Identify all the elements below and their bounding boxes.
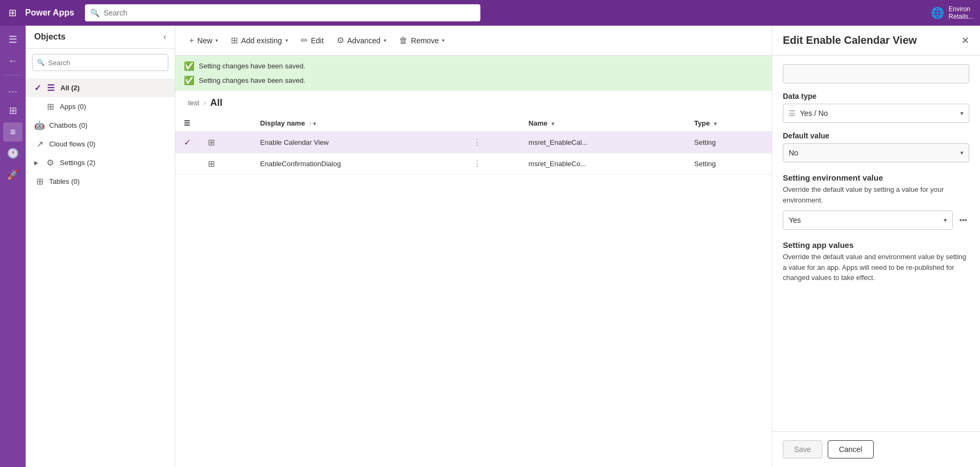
icon-bar-divider	[5, 75, 20, 75]
row-2-copy-icon: ⊞	[208, 159, 215, 168]
env-value-title: Setting environment value	[783, 173, 969, 182]
data-type-label: Data type	[783, 92, 969, 100]
remove-label: Remove	[411, 36, 439, 45]
display-name-label: Display name	[260, 119, 305, 127]
panel-title: Edit Enable Calendar View	[783, 34, 917, 46]
col-header-type[interactable]: Type ▾	[686, 115, 772, 132]
sidebar-item-all[interactable]: ✓ ☰ All (2)	[26, 79, 175, 97]
sidebar-item-cloudflows[interactable]: ↗ Cloud flows (0)	[26, 135, 175, 153]
add-existing-caret: ▾	[285, 37, 288, 43]
panel-body: Data type ☰ Yes / No ▾ Default value No …	[772, 56, 980, 297]
breadcrumb-parent[interactable]: test	[188, 99, 199, 107]
row-2-menu[interactable]: ⋮	[464, 153, 520, 175]
notification-2-icon: ✅	[184, 75, 195, 85]
env-value-text: Yes	[789, 216, 944, 224]
sidebar-header: Objects ‹	[26, 26, 175, 49]
data-type-select[interactable]: ☰ Yes / No ▾	[783, 104, 969, 123]
sidebar-item-apps[interactable]: ⊞ Apps (0)	[26, 97, 175, 116]
sidebar-item-tables[interactable]: ⊞ Tables (0)	[26, 172, 175, 191]
nav-tables[interactable]: ⊞	[3, 101, 22, 120]
sidebar-tables-icon: ⊞	[34, 176, 45, 186]
env-value-section: Setting environment value Override the d…	[783, 173, 969, 230]
data-type-value: Yes / No	[800, 109, 960, 118]
env-value-desc: Override the default value by setting a …	[783, 184, 969, 205]
environment-icon: 🌐	[931, 6, 944, 19]
content-area: + New ▾ ⊞ Add existing ▾ ✏ Edit ⚙ Advanc…	[175, 26, 772, 467]
sidebar-title: Objects	[34, 32, 66, 42]
save-button[interactable]: Save	[783, 440, 822, 458]
row-1-copy-icon: ⊞	[208, 138, 215, 147]
settings-table: ☰ Display name ↑ ▾ Name ▾	[175, 115, 772, 175]
global-search-input[interactable]	[104, 9, 475, 17]
table-row[interactable]: ✓ ⊞ Enable Calendar View ⋮ msret_EnableC…	[175, 132, 772, 153]
row-1-more-icon[interactable]: ⋮	[473, 138, 481, 147]
add-existing-icon: ⊞	[231, 35, 238, 45]
sidebar-apps-label: Apps (0)	[60, 103, 86, 111]
nav-back[interactable]: ←	[3, 51, 22, 71]
brand-title: Power Apps	[25, 8, 74, 18]
data-type-select-icon: ☰	[789, 109, 796, 118]
display-name-sort-icon: ↑ ▾	[309, 121, 316, 127]
sidebar-collapse-btn[interactable]: ‹	[164, 32, 166, 42]
nav-hamburger[interactable]: ☰	[3, 30, 22, 49]
sidebar-chatbots-label: Chatbots (0)	[49, 121, 88, 129]
panel-close-button[interactable]: ✕	[961, 35, 969, 46]
advanced-button[interactable]: ⚙ Advanced ▾	[331, 32, 392, 49]
main-layout: ☰ ← … ⊞ ≡ 🕐 🚀 Objects ‹ 🔍 ✓ ☰ All (2) ⊞ …	[0, 26, 980, 467]
check-all-icon[interactable]: ☰	[184, 119, 190, 127]
default-value-caret: ▾	[960, 149, 963, 157]
env-value-dropdown[interactable]: Yes ▾	[783, 211, 953, 230]
icon-bar: ☰ ← … ⊞ ≡ 🕐 🚀	[0, 26, 26, 467]
panel-header: Edit Enable Calendar View ✕	[772, 26, 980, 56]
row-2-name: msret_EnableCo...	[520, 153, 686, 175]
table-row[interactable]: ⊞ EnableConfirmationDialog ⋮ msret_Enabl…	[175, 153, 772, 175]
nav-history[interactable]: 🕐	[3, 144, 22, 163]
new-button[interactable]: + New ▾	[184, 33, 223, 49]
default-value-select[interactable]: No ▾	[783, 143, 969, 162]
remove-button[interactable]: 🗑 Remove ▾	[394, 33, 450, 49]
col-header-check: ☰	[175, 115, 199, 132]
row-1-check[interactable]: ✓	[175, 132, 199, 153]
sidebar-item-chatbots[interactable]: 🤖 Chatbots (0)	[26, 116, 175, 135]
row-2-more-icon[interactable]: ⋮	[473, 159, 481, 168]
sidebar-search-box: 🔍	[32, 54, 168, 71]
notification-1-icon: ✅	[184, 61, 195, 71]
sidebar-settings-expand: ▶	[34, 160, 38, 166]
sidebar-all-icon: ☰	[45, 83, 56, 93]
cancel-button[interactable]: Cancel	[828, 440, 874, 458]
environment-label: EnvironRetails...	[948, 5, 974, 21]
notification-2-text: Setting changes have been saved.	[199, 76, 305, 84]
type-label: Type	[694, 119, 710, 127]
row-1-display-name: Enable Calendar View	[252, 132, 464, 153]
nav-rocket[interactable]: 🚀	[3, 165, 22, 184]
type-sort-icon: ▾	[714, 121, 717, 127]
default-value-section: Default value No ▾	[783, 131, 969, 162]
sidebar-settings-label: Settings (2)	[60, 159, 95, 167]
nav-apps[interactable]: …	[3, 80, 22, 99]
add-existing-button[interactable]: ⊞ Add existing ▾	[225, 32, 293, 49]
data-type-caret: ▾	[960, 110, 963, 117]
nav-objects[interactable]: ≡	[3, 122, 22, 142]
col-header-menu	[464, 115, 520, 132]
grid-icon[interactable]: ⊞	[6, 5, 19, 21]
breadcrumb-separator: ›	[204, 99, 206, 107]
sidebar-all-label: All (2)	[60, 84, 80, 92]
panel-name-input[interactable]	[783, 64, 969, 83]
col-header-name[interactable]: Name ▾	[520, 115, 686, 132]
edit-button[interactable]: ✏ Edit	[295, 32, 329, 49]
row-1-menu[interactable]: ⋮	[464, 132, 520, 153]
sidebar-chatbots-icon: 🤖	[34, 120, 45, 130]
sidebar: Objects ‹ 🔍 ✓ ☰ All (2) ⊞ Apps (0) 🤖 Cha…	[26, 26, 175, 467]
app-values-title: Setting app values	[783, 240, 969, 250]
remove-caret: ▾	[442, 37, 445, 43]
add-existing-label: Add existing	[241, 36, 282, 45]
row-2-type: Setting	[686, 153, 772, 175]
row-2-check[interactable]	[175, 153, 199, 175]
row-1-icon-cell: ⊞	[199, 132, 252, 153]
col-header-display-name[interactable]: Display name ↑ ▾	[252, 115, 464, 132]
env-value-more-button[interactable]: •••	[957, 214, 969, 227]
sidebar-item-settings[interactable]: ▶ ⚙ Settings (2)	[26, 153, 175, 172]
default-value-label: Default value	[783, 131, 969, 140]
sidebar-nav: ✓ ☰ All (2) ⊞ Apps (0) 🤖 Chatbots (0) ↗ …	[26, 76, 175, 467]
sidebar-search-input[interactable]	[48, 59, 164, 67]
